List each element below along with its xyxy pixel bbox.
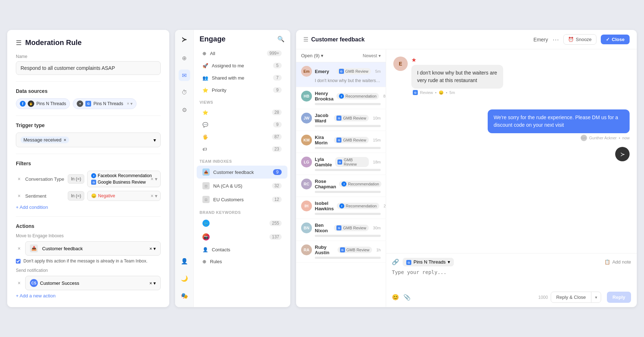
emoji-icon[interactable]: 😊	[392, 294, 399, 301]
nav-link-icon[interactable]: ⊕	[179, 52, 190, 64]
moderation-panel: ☰ Moderation Rule Name Data sources f 🖐 …	[7, 30, 169, 307]
view-item-1[interactable]: ⭐ 28	[197, 107, 287, 118]
instagram-count: 137	[269, 234, 282, 240]
action-row-2: × CS Customer Success × ▾	[16, 276, 161, 290]
source-badge-1[interactable]: f 🖐 Pins N Threads	[16, 98, 70, 109]
meta-gmb-icon: G	[413, 90, 418, 95]
inbox-icon-eu: □	[202, 196, 210, 203]
conv-avatar-ben: BN	[301, 223, 312, 233]
add-action-btn[interactable]: + Add a new action	[16, 293, 161, 298]
name-input[interactable]	[16, 61, 161, 75]
contacts-item[interactable]: 👤 Contacts	[197, 244, 287, 255]
conv-item-emery[interactable]: Em Emery G GMB Review 5m I don't know wh…	[296, 62, 386, 87]
conv-avatar-henry: HB	[301, 91, 312, 102]
engage-item-priority[interactable]: ⭐ Priority 9	[197, 84, 287, 96]
nav-engage-icon[interactable]: ✉	[179, 69, 190, 81]
filter-operator-1[interactable]: In (=)	[68, 174, 84, 184]
conv-source-lyla: G GMB Review	[335, 157, 369, 167]
conv-item-henry[interactable]: HB Henry Brooksa f Recommendation 8m	[296, 87, 386, 109]
filter-remove-btn-1[interactable]: ×	[16, 176, 22, 182]
keyword-item-twitter[interactable]: 🐦 255	[197, 217, 287, 230]
view-count-4: 23	[272, 146, 282, 152]
add-condition-btn[interactable]: + Add condition	[16, 205, 161, 210]
nav-avatar-icon[interactable]: 🎭	[179, 290, 190, 301]
conv-item-ruby[interactable]: RA Ruby Austin G GMB Review 1h	[296, 241, 386, 263]
reply-close-arrow[interactable]: ▾	[591, 292, 601, 302]
send-btn[interactable]: Reply	[607, 292, 631, 303]
source-remove-icon[interactable]: × ▾	[127, 101, 133, 106]
action-row-1: × 📥 Customer feedback × ▾	[16, 241, 161, 256]
engage-search-icon[interactable]: 🔍	[277, 36, 285, 42]
action-remove-1[interactable]: ×	[16, 245, 22, 252]
inbox-item-feedback[interactable]: 📥 Customer feedback 9	[197, 166, 287, 179]
open-badge[interactable]: Open (9) ▾	[301, 53, 323, 58]
view-item-3[interactable]: 🖐 87	[197, 131, 287, 143]
move-label: Move to Engage Inboxes	[16, 233, 161, 238]
fb-source-icon-isobel: f	[339, 203, 344, 208]
conv-item-rose[interactable]: RC Rose Chapman f Recommendation 22m	[296, 175, 386, 197]
newest-btn[interactable]: Newest ▾	[363, 53, 381, 58]
source-label-2: Pins N Threads	[93, 101, 123, 106]
conv-preview-emery: I don't know why but the waiters are ver…	[301, 78, 381, 83]
action-value-box-2[interactable]: CS Customer Success × ▾	[25, 276, 161, 290]
gmb-source-icon-kira: G	[336, 138, 341, 143]
assigned-label: Assigned to me	[212, 63, 244, 68]
inbox-item-na[interactable]: □ NA (CA & US) 32	[197, 179, 287, 192]
gmb-source-icon-lyla: G	[337, 159, 343, 165]
rules-item[interactable]: ⊕ Rules	[197, 256, 287, 267]
sender-avatar: GA	[581, 135, 587, 141]
filter-value-box-1[interactable]: f Facebook Recommendation G Google Busin…	[87, 171, 161, 187]
source-badge-2[interactable]: ✦ G Pins N Threads × ▾	[73, 98, 137, 109]
conv-time-jacob: 10m	[372, 116, 381, 120]
filter-value-box-2[interactable]: 😞 Negative × ▾	[87, 191, 161, 201]
typing-indicator: ≻	[615, 147, 630, 161]
instagram-icon: 📷	[202, 233, 210, 241]
nav-settings-icon[interactable]: ⚙	[179, 104, 190, 116]
nav-contacts-icon[interactable]: 👤	[179, 255, 190, 267]
engage-item-all[interactable]: ⊕ All 999+	[197, 48, 287, 59]
send-label: Send notification	[16, 268, 161, 273]
action-value-box-1[interactable]: 📥 Customer feedback × ▾	[25, 241, 161, 256]
add-note-btn[interactable]: 📋 Add note	[604, 259, 631, 265]
trigger-tag-remove[interactable]: ×	[64, 137, 67, 143]
nav-moon-icon[interactable]: 🌙	[179, 273, 190, 284]
nav-clock-icon[interactable]: ⏱	[179, 87, 190, 98]
reply-close-btn: Reply & Close ▾	[551, 292, 601, 303]
inbox-selector[interactable]: G Pins N Threads ▾	[403, 258, 454, 267]
keyword-item-instagram[interactable]: 📷 137	[197, 230, 287, 243]
filter-remove-btn-2[interactable]: ×	[16, 193, 22, 199]
outgoing-bubble: We're sorry for the rude experience. Ple…	[488, 109, 630, 133]
view-item-4[interactable]: 🏷 23	[197, 143, 287, 155]
more-options-btn[interactable]: ⋯	[553, 36, 559, 44]
reply-textarea[interactable]	[392, 269, 631, 287]
reply-close-label[interactable]: Reply & Close	[551, 292, 591, 302]
conv-time-ben: 30m	[372, 226, 381, 230]
attachment-icon[interactable]: 📎	[403, 294, 411, 301]
incoming-time: 5m	[450, 90, 455, 95]
conv-item-jacob[interactable]: JW Jacob Ward G GMB Review 10m	[296, 109, 386, 131]
snooze-btn[interactable]: ⏰ Snooze	[563, 34, 596, 45]
conv-item-kira[interactable]: KM Kira Morin G GMB Review 15m	[296, 131, 386, 153]
priority-label: Priority	[212, 87, 226, 93]
conv-item-lyla[interactable]: LG Lyla Gamble G GMB Review 18m	[296, 153, 386, 175]
toolbar-link-icon[interactable]: 🔗	[392, 259, 399, 265]
filter-row-2: × Sentiment In (=) 😞 Negative × ▾	[16, 191, 161, 201]
inbox-item-eu[interactable]: □ EU Customers 12	[197, 193, 287, 206]
rules-icon: ⊕	[202, 259, 206, 264]
trigger-select[interactable]: Message received × ▾	[16, 132, 161, 147]
action-remove-2[interactable]: ×	[16, 280, 22, 286]
filter-operator-2[interactable]: In (=)	[68, 191, 84, 201]
filter-clear-2[interactable]: × ▾	[151, 193, 157, 199]
engage-item-assigned[interactable]: 🚀 Assigned to me 5	[197, 60, 287, 71]
conv-item-ben[interactable]: BN Ben Nixon G GMB Review 30m	[296, 219, 386, 241]
view-count-3: 87	[272, 134, 282, 140]
checkbox-input[interactable]	[16, 259, 21, 264]
filter-clear-1[interactable]: × ▾	[151, 176, 157, 182]
view-item-2[interactable]: 💬 9	[197, 119, 287, 130]
conv-item-isobel[interactable]: IH Isobel Hawkins f Recommendation 27m	[296, 197, 386, 219]
conv-name-emery: Emery	[315, 69, 334, 74]
engage-item-shared[interactable]: 👥 Shared with me 7	[197, 72, 287, 84]
inbox-label-na: NA (CA & US)	[213, 183, 242, 189]
hamburger-icon[interactable]: ☰	[16, 39, 22, 47]
close-btn[interactable]: ✓ Close	[601, 35, 630, 44]
